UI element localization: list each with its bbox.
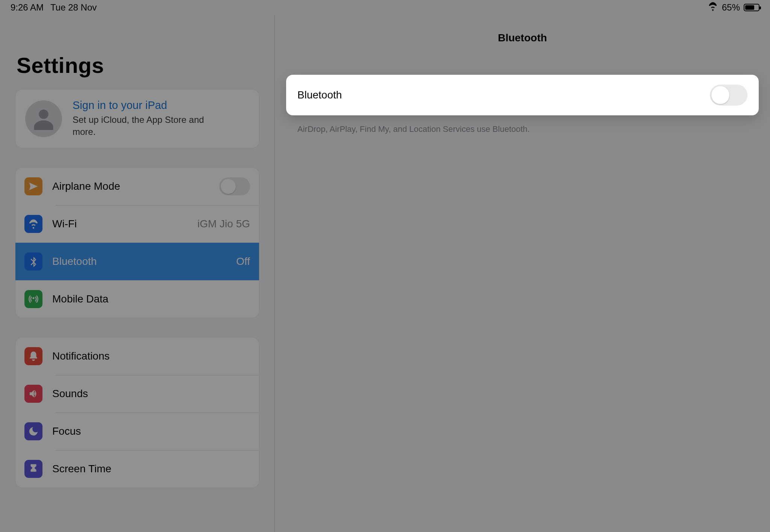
wifi-icon [708, 1, 718, 14]
sidebar-item-airplane[interactable]: Airplane Mode [15, 168, 259, 205]
sidebar-item-focus[interactable]: Focus [15, 413, 259, 450]
antenna-icon [24, 290, 42, 308]
airplane-label: Airplane Mode [52, 180, 209, 192]
focus-label: Focus [52, 425, 250, 437]
sidebar-item-screen-time[interactable]: Screen Time [15, 450, 259, 488]
notifications-label: Notifications [52, 350, 250, 362]
bluetooth-footer-text: AirDrop, AirPlay, Find My, and Location … [286, 115, 759, 134]
wifi-icon [24, 215, 42, 233]
avatar-icon [25, 100, 62, 137]
page-title: Settings [15, 15, 259, 89]
sidebar-item-wifi[interactable]: Wi-Fi iGM Jio 5G [15, 205, 259, 243]
bluetooth-value: Off [236, 255, 250, 268]
wifi-value: iGM Jio 5G [197, 218, 250, 230]
sidebar-item-notifications[interactable]: Notifications [15, 337, 259, 375]
screen-time-label: Screen Time [52, 463, 250, 475]
signin-link[interactable]: Sign in to your iPad [73, 99, 208, 112]
signin-card[interactable]: Sign in to your iPad Set up iCloud, the … [15, 89, 259, 148]
battery-percent: 65% [722, 2, 740, 13]
bluetooth-label: Bluetooth [52, 255, 226, 268]
settings-sidebar: Settings Sign in to your iPad Set up iCl… [0, 15, 274, 532]
wifi-label: Wi-Fi [52, 218, 188, 230]
speaker-icon [24, 385, 42, 403]
sidebar-item-mobile-data[interactable]: Mobile Data [15, 280, 259, 318]
bell-icon [24, 347, 42, 365]
sounds-label: Sounds [52, 388, 250, 400]
status-time: 9:26 AM [11, 2, 44, 13]
network-group: Airplane Mode Wi-Fi iGM Jio 5G Bluetooth… [15, 167, 259, 318]
airplane-toggle[interactable] [219, 177, 250, 195]
detail-title: Bluetooth [286, 15, 759, 44]
moon-icon [24, 422, 42, 440]
sidebar-item-bluetooth[interactable]: Bluetooth Off [15, 243, 259, 280]
airplane-icon [24, 177, 42, 195]
status-bar: 9:26 AM Tue 28 Nov 65% [0, 0, 770, 15]
bluetooth-icon [24, 252, 42, 271]
bluetooth-toggle-label: Bluetooth [297, 89, 342, 101]
svg-point-0 [39, 109, 48, 119]
hourglass-icon [24, 460, 42, 478]
signin-subtitle: Set up iCloud, the App Store and more. [73, 112, 208, 138]
status-date: Tue 28 Nov [50, 2, 97, 13]
detail-pane: Bluetooth Bluetooth AirDrop, AirPlay, Fi… [275, 15, 770, 532]
mobile-data-label: Mobile Data [52, 293, 250, 305]
system-group: Notifications Sounds Focus [15, 337, 259, 488]
bluetooth-toggle-card: Bluetooth [286, 75, 759, 115]
battery-icon [744, 4, 759, 11]
sidebar-item-sounds[interactable]: Sounds [15, 375, 259, 413]
bluetooth-toggle[interactable] [710, 85, 747, 106]
